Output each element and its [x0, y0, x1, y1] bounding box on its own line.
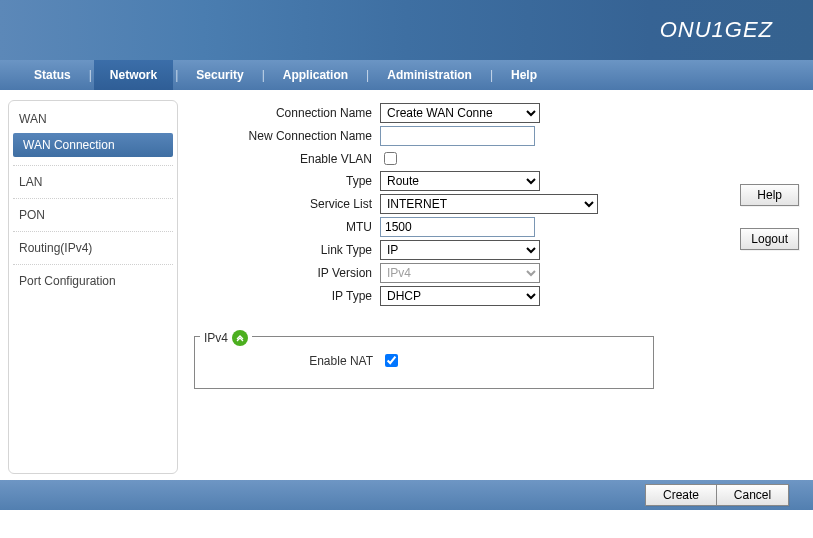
connection-name-select[interactable]: Create WAN Conne [380, 103, 540, 123]
type-label: Type [192, 174, 380, 188]
enable-nat-label: Enable NAT [205, 354, 381, 368]
connection-name-label: Connection Name [192, 106, 380, 120]
menu-security[interactable]: Security [180, 60, 259, 90]
create-button[interactable]: Create [645, 484, 717, 506]
enable-vlan-checkbox[interactable] [384, 152, 397, 165]
menu-network[interactable]: Network [94, 60, 173, 90]
sidebar: WAN WAN Connection LAN PON Routing(IPv4)… [8, 100, 178, 474]
logout-button[interactable]: Logout [740, 228, 799, 250]
sidebar-item-wan[interactable]: WAN [13, 107, 173, 131]
brand-name: ONU1GEZ [660, 17, 773, 43]
menu-administration[interactable]: Administration [371, 60, 488, 90]
ip-type-select[interactable]: DHCP [380, 286, 540, 306]
help-button[interactable]: Help [740, 184, 799, 206]
link-type-select[interactable]: IP [380, 240, 540, 260]
sidebar-item-pon[interactable]: PON [13, 203, 173, 227]
main-menu: Status | Network | Security | Applicatio… [0, 60, 813, 90]
ip-type-label: IP Type [192, 289, 380, 303]
mtu-label: MTU [192, 220, 380, 234]
new-connection-name-input[interactable] [380, 126, 535, 146]
menu-status[interactable]: Status [18, 60, 87, 90]
enable-vlan-label: Enable VLAN [192, 152, 380, 166]
ip-version-select: IPv4 [380, 263, 540, 283]
sidebar-item-port-configuration[interactable]: Port Configuration [13, 269, 173, 293]
new-connection-name-label: New Connection Name [192, 129, 380, 143]
type-select[interactable]: Route [380, 171, 540, 191]
link-type-label: Link Type [192, 243, 380, 257]
sidebar-subitem-wan-connection[interactable]: WAN Connection [13, 133, 173, 157]
enable-nat-checkbox[interactable] [385, 354, 398, 367]
collapse-icon[interactable] [232, 330, 248, 346]
sidebar-item-routing-ipv4[interactable]: Routing(IPv4) [13, 236, 173, 260]
footer-bar: Create Cancel [0, 480, 813, 510]
mtu-input[interactable] [380, 217, 535, 237]
cancel-button[interactable]: Cancel [717, 484, 789, 506]
menu-application[interactable]: Application [267, 60, 364, 90]
service-list-select[interactable]: INTERNET [380, 194, 598, 214]
top-banner: ONU1GEZ [0, 0, 813, 60]
service-list-label: Service List [192, 197, 380, 211]
menu-help[interactable]: Help [495, 60, 553, 90]
sidebar-item-lan[interactable]: LAN [13, 170, 173, 194]
ipv4-legend: IPv4 [200, 330, 252, 346]
ip-version-label: IP Version [192, 266, 380, 280]
